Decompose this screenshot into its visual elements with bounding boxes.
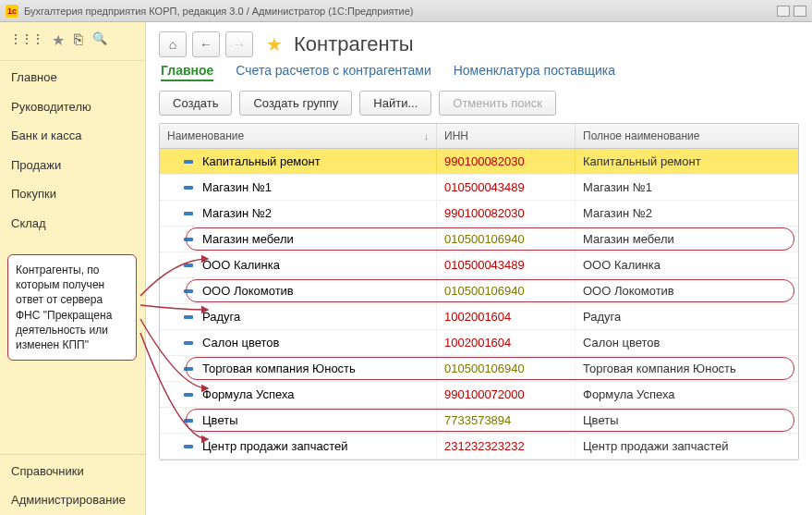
table-row[interactable]: ООО Локомотив010500106940ООО Локомотив (160, 278, 798, 304)
header-inn[interactable]: ИНН (437, 124, 576, 148)
annotation-callout: Контрагенты, по которым получен ответ от… (7, 254, 137, 361)
table-row[interactable]: Цветы7733573894Цветы (160, 408, 798, 434)
name-label: Магазин №2 (202, 206, 272, 220)
cell-name: ООО Калинка (160, 252, 437, 277)
table-row[interactable]: Формула Успеха990100072000Формула Успеха (160, 382, 798, 408)
create-button[interactable]: Создать (159, 91, 232, 116)
name-label: Радуга (202, 310, 240, 324)
full-label: Салон цветов (583, 336, 660, 349)
sidebar-item-warehouse[interactable]: Склад (0, 209, 145, 239)
item-icon (184, 289, 193, 293)
name-label: Магазин мебели (202, 232, 294, 246)
cell-name: Центр продажи запчастей (160, 434, 437, 459)
cell-full: Магазин мебели (576, 227, 798, 251)
cell-inn: 1002001604 (437, 330, 576, 355)
item-icon (184, 445, 193, 448)
header-full[interactable]: Полное наименование (576, 124, 798, 148)
cell-inn: 7733573894 (437, 408, 576, 433)
minimize-icon[interactable] (777, 6, 790, 17)
cell-inn: 231232323232 (437, 434, 576, 459)
table-row[interactable]: Капитальный ремонт990100082030Капитальны… (160, 149, 798, 175)
full-label: Цветы (583, 413, 618, 427)
cell-name: Торговая компания Юность (160, 356, 437, 381)
item-icon (184, 264, 193, 267)
tabs: Главное Счета расчетов с контрагентами Н… (161, 63, 799, 81)
cell-inn: 010500106940 (437, 356, 576, 381)
sidebar-item-purchases[interactable]: Покупки (0, 179, 145, 209)
full-label: Формула Успеха (583, 387, 675, 401)
cell-name: ООО Локомотив (160, 278, 437, 303)
item-icon (184, 315, 193, 319)
search-icon[interactable]: 🔍 (92, 31, 107, 49)
grid-body: Капитальный ремонт990100082030Капитальны… (160, 149, 798, 460)
cell-inn: 010500106940 (437, 278, 576, 303)
window-controls (777, 6, 806, 17)
item-icon (184, 341, 193, 345)
cell-inn: 990100072000 (437, 382, 576, 407)
grid-header: Наименование ↓ ИНН Полное наименование (160, 124, 798, 149)
name-label: ООО Калинка (202, 258, 280, 272)
page-title: Контрагенты (294, 32, 414, 56)
sidebar-item-sales[interactable]: Продажи (0, 151, 145, 180)
cell-inn: 990100082030 (437, 201, 576, 226)
data-grid: Наименование ↓ ИНН Полное наименование К… (159, 123, 799, 460)
item-icon (184, 160, 193, 164)
tab-nomenclature[interactable]: Номенклатура поставщика (454, 63, 615, 81)
full-label: Магазин №1 (583, 180, 652, 194)
name-label: Магазин №1 (202, 180, 272, 194)
table-row[interactable]: Магазин №1010500043489Магазин №1 (160, 175, 798, 201)
table-row[interactable]: ООО Калинка010500043489ООО Калинка (160, 252, 798, 278)
item-icon (184, 212, 193, 215)
cell-inn: 010500043489 (437, 252, 576, 277)
header-name-label: Наименование (167, 129, 244, 142)
table-row[interactable]: Салон цветов1002001604Салон цветов (160, 330, 798, 356)
table-row[interactable]: Магазин №2990100082030Магазин №2 (160, 201, 798, 227)
full-label: Центр продажи запчастей (583, 439, 728, 453)
history-icon[interactable]: ⎘ (74, 31, 83, 49)
cancel-find-button: Отменить поиск (439, 91, 556, 116)
maximize-icon[interactable] (794, 6, 806, 17)
cell-name: Магазин №2 (160, 201, 437, 226)
cell-full: Магазин №1 (576, 175, 798, 200)
main-content: ⌂ ← → ★ Контрагенты Главное Счета расчет… (146, 22, 812, 515)
table-row[interactable]: Радуга1002001604Радуга (160, 304, 798, 330)
item-icon (184, 393, 193, 397)
sidebar-item-main[interactable]: Главное (0, 63, 145, 92)
name-label: ООО Локомотив (202, 284, 294, 298)
callout-text: Контрагенты, по которым получен ответ от… (16, 264, 112, 351)
sidebar-item-manager[interactable]: Руководителю (0, 92, 145, 122)
table-row[interactable]: Центр продажи запчастей231232323232Центр… (160, 434, 798, 460)
tab-main[interactable]: Главное (161, 63, 213, 81)
cell-full: Капитальный ремонт (576, 149, 798, 174)
cell-full: Радуга (576, 304, 798, 329)
name-label: Цветы (202, 413, 237, 427)
cell-full: ООО Калинка (576, 252, 798, 277)
table-row[interactable]: Торговая компания Юность010500106940Торг… (160, 356, 798, 382)
favorites-icon[interactable]: ★ (52, 31, 65, 49)
item-icon (184, 367, 193, 371)
item-icon (184, 238, 193, 241)
home-button[interactable]: ⌂ (159, 31, 187, 57)
full-label: Торговая компания Юность (583, 362, 736, 375)
cell-name: Магазин мебели (160, 227, 437, 251)
header-name[interactable]: Наименование ↓ (160, 124, 437, 148)
find-button[interactable]: Найти... (359, 91, 431, 116)
cell-full: ООО Локомотив (576, 278, 798, 303)
create-group-button[interactable]: Создать группу (239, 91, 352, 116)
sidebar-item-bank[interactable]: Банк и касса (0, 121, 145, 151)
back-button[interactable]: ← (192, 31, 220, 57)
cell-inn: 990100082030 (437, 149, 576, 174)
apps-icon[interactable]: ⋮⋮⋮ (9, 31, 42, 49)
table-row[interactable]: Магазин мебели010500106940Магазин мебели (160, 227, 798, 252)
cell-full: Магазин №2 (576, 201, 798, 226)
star-icon[interactable]: ★ (266, 33, 283, 55)
cell-full: Центр продажи запчастей (576, 434, 798, 459)
sidebar-item-references[interactable]: Справочники (0, 457, 145, 486)
forward-button[interactable]: → (225, 31, 253, 57)
name-label: Салон цветов (202, 336, 279, 349)
full-label: ООО Локомотив (583, 284, 674, 298)
cell-name: Капитальный ремонт (160, 149, 437, 174)
sidebar-item-admin[interactable]: Администрирование (0, 485, 145, 515)
tab-accounts[interactable]: Счета расчетов с контрагентами (236, 63, 430, 81)
nav-row: ⌂ ← → ★ Контрагенты (159, 31, 799, 57)
